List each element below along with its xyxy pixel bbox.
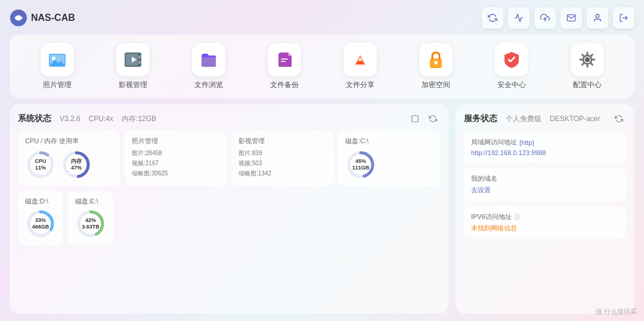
service-status-panel: 服务状态 个人免费版 DESKTOP-acer 局域网访问地址 [http] h… xyxy=(456,104,634,314)
svg-rect-14 xyxy=(281,58,288,60)
svg-point-20 xyxy=(434,61,438,64)
photo-icon-box xyxy=(41,43,74,76)
svg-point-21 xyxy=(585,57,590,62)
photo-mgr-title: 照片管理 xyxy=(132,137,219,146)
svg-rect-13 xyxy=(138,61,141,64)
watermark: 值 什么值得买 xyxy=(596,307,637,316)
photo-thumbnails: 缩略图:30625 xyxy=(132,169,219,178)
share-icon-box xyxy=(343,43,377,76)
domain-action[interactable]: 去设置 xyxy=(471,186,619,195)
video-icon-box xyxy=(116,43,150,76)
video-label: 影视管理 xyxy=(119,80,147,90)
service-refresh-btn[interactable] xyxy=(612,112,626,126)
app-name: NAS-CAB xyxy=(31,13,75,23)
disk-e-title: 磁盘:E:\ xyxy=(75,197,106,206)
lan-access-url[interactable]: http://192.168.0.123:9988 xyxy=(471,149,619,156)
bottom-disks-row: 磁盘:D:\ 33% 466GB xyxy=(18,191,440,245)
dual-circle-body: CPU 11% xyxy=(25,149,113,180)
security-label: 安全中心 xyxy=(497,80,526,90)
system-panel-header: 系统状态 V3.2.6 CPU:4x 内存:12GB xyxy=(18,112,440,126)
app-grid: 照片管理 影视管理 文件浏览 文件备份 文件分享 xyxy=(10,35,634,98)
disk-d-label: 33% 466GB xyxy=(32,217,49,230)
mail-button[interactable] xyxy=(561,7,582,29)
video-mgr-card: 影视管理 图片:839 视频:503 缩略图:1342 xyxy=(231,131,333,186)
ipv6-status: 未找到网络信息 xyxy=(471,224,619,233)
disk-d-title: 磁盘:D:\ xyxy=(25,197,56,206)
video-mgr-info: 图片:839 视频:503 缩略图:1342 xyxy=(239,149,326,178)
svg-rect-12 xyxy=(138,55,141,58)
system-memory: 内存:12GB xyxy=(122,114,156,124)
logout-button[interactable] xyxy=(613,7,634,29)
backup-icon-box xyxy=(268,43,301,76)
memory-label: 内存 47% xyxy=(71,158,82,171)
photo-mgr-card: 照片管理 图片:28458 视频:2167 缩略图:30625 xyxy=(125,131,227,186)
disk-d-card: 磁盘:D:\ 33% 466GB xyxy=(18,191,63,245)
files-icon-box xyxy=(192,43,225,76)
domain-title: 我的域名 xyxy=(471,174,619,183)
header: NAS-CAB xyxy=(10,7,634,29)
app-photo[interactable]: 照片管理 xyxy=(33,43,81,90)
disk-d-circle: 33% 466GB xyxy=(25,208,56,239)
disk-c-label: 45% 111GB xyxy=(352,158,370,171)
user-button[interactable] xyxy=(587,7,608,29)
upload-button[interactable] xyxy=(534,7,556,29)
disk-c-card: 磁盘:C:\ 45% 111GB xyxy=(338,131,440,186)
disk-e-circle: 42% 3.63TB xyxy=(75,208,106,239)
disk-c-body: 45% 111GB xyxy=(345,149,433,180)
logo-icon xyxy=(10,9,27,27)
svg-rect-23 xyxy=(412,116,419,122)
ipv6-card: IPV6访问地址 ⓘ 未找到网络信息 xyxy=(464,206,626,239)
backup-label: 文件备份 xyxy=(270,80,299,90)
video-mgr-title: 影视管理 xyxy=(239,137,326,146)
refresh-button[interactable] xyxy=(482,7,503,29)
app-share[interactable]: 文件分享 xyxy=(336,43,384,90)
app-security[interactable]: 安全中心 xyxy=(488,43,535,90)
cpu-memory-card: CPU / 内存 使用率 CPU 11% xyxy=(18,131,120,186)
ipv6-title: IPV6访问地址 xyxy=(471,212,512,221)
svg-point-3 xyxy=(596,14,599,17)
encrypt-label: 加密空间 xyxy=(422,80,450,90)
app-video[interactable]: 影视管理 xyxy=(109,43,157,90)
app-config[interactable]: 配置中心 xyxy=(564,43,611,90)
system-cpu: CPU:4x xyxy=(89,115,113,123)
svg-rect-15 xyxy=(281,61,286,62)
system-status-panel: 系统状态 V3.2.6 CPU:4x 内存:12GB xyxy=(10,104,448,314)
disk-d-body: 33% 466GB xyxy=(25,208,56,239)
system-window-btn[interactable] xyxy=(408,112,422,126)
lan-access-card: 局域网访问地址 [http] http://192.168.0.123:9988 xyxy=(464,132,626,162)
service-edition: 个人免费版 xyxy=(506,114,541,124)
video-videos: 视频:503 xyxy=(239,159,326,168)
app-files[interactable]: 文件浏览 xyxy=(185,43,233,90)
logo: NAS-CAB xyxy=(10,9,75,27)
system-panel-actions xyxy=(408,112,440,126)
cpu-memory-title: CPU / 内存 使用率 xyxy=(25,137,113,146)
photo-label: 照片管理 xyxy=(43,80,72,90)
memory-circle: 内存 47% xyxy=(61,149,92,180)
system-version: V3.2.6 xyxy=(60,115,80,123)
main-content: 系统状态 V3.2.6 CPU:4x 内存:12GB xyxy=(10,104,634,314)
disk-e-label: 42% 3.63TB xyxy=(82,217,100,230)
lan-access-tag: [http] xyxy=(519,139,534,146)
disk-e-body: 42% 3.63TB xyxy=(75,208,106,239)
config-label: 配置中心 xyxy=(573,80,602,90)
lan-access-title: 局域网访问地址 xyxy=(471,138,517,147)
cpu-label: CPU 11% xyxy=(35,158,46,171)
service-device: DESKTOP-acer xyxy=(550,115,600,123)
app-encrypt[interactable]: 加密空间 xyxy=(412,43,460,90)
wave-button[interactable] xyxy=(508,7,530,29)
encrypt-icon-box xyxy=(419,43,453,76)
ipv6-help-icon: ⓘ xyxy=(514,213,520,221)
disk-c-circle: 45% 111GB xyxy=(345,149,376,180)
app-backup[interactable]: 文件备份 xyxy=(261,43,308,90)
service-panel-title: 服务状态 xyxy=(464,113,497,124)
svg-point-1 xyxy=(16,16,21,20)
system-refresh-btn[interactable] xyxy=(426,112,440,126)
photo-mgr-info: 图片:28458 视频:2167 缩略图:30625 xyxy=(132,149,219,178)
files-label: 文件浏览 xyxy=(194,80,223,90)
domain-card: 我的域名 去设置 xyxy=(464,168,626,200)
photo-videos: 视频:2167 xyxy=(132,159,219,168)
security-icon-box xyxy=(495,43,528,76)
disk-c-title: 磁盘:C:\ xyxy=(345,137,433,146)
video-images: 图片:839 xyxy=(239,149,326,158)
cpu-circle: CPU 11% xyxy=(25,149,56,180)
